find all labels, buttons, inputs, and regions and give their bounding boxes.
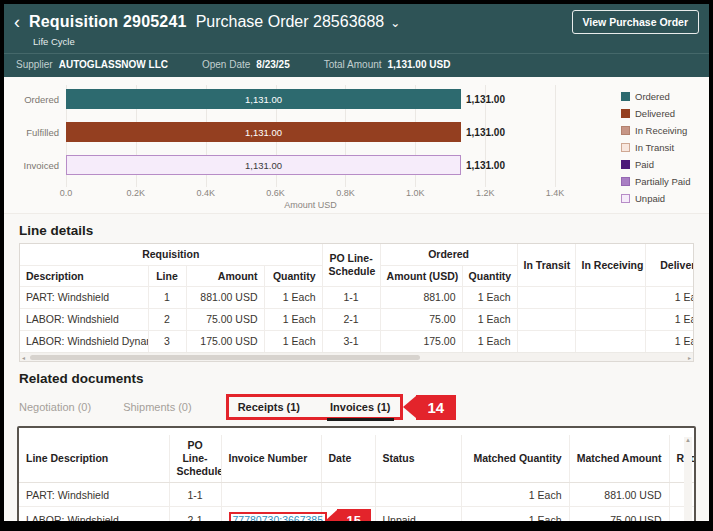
cell-po-line-schedule: 1-1 xyxy=(322,286,380,308)
page-header: ‹ Requisition 2905241 Purchase Order 285… xyxy=(4,4,709,77)
column-header-ordered-quantity: Quantity xyxy=(462,265,517,286)
related-documents-tabs: Negotiation (0) Shipments (0) Receipts (… xyxy=(19,394,709,420)
bar-ordered[interactable]: 1,131.00 xyxy=(66,89,461,109)
x-tick-label: 0.2K xyxy=(127,188,146,198)
open-date-label: Open Date xyxy=(202,59,250,70)
column-header-line: Line xyxy=(148,265,186,286)
header-title-row: ‹ Requisition 2905241 Purchase Order 285… xyxy=(4,4,709,34)
table-row[interactable]: LABOR: Windshield 2 75.00 USD 1 Each 2-1… xyxy=(20,308,693,330)
cell-invoice-number xyxy=(221,483,321,507)
x-tick-label: 0.0 xyxy=(60,188,73,198)
column-header-in-receiving: In Receiving xyxy=(575,244,645,286)
column-header-line-description: Line Description xyxy=(19,435,169,483)
legend-swatch-paid xyxy=(621,160,630,169)
scroll-right-icon[interactable]: ▸ xyxy=(688,354,691,361)
cell-delivered: 1 Each xyxy=(645,308,693,330)
column-header-matched-quantity: Matched Quantity xyxy=(461,435,569,483)
scrollbar-thumb[interactable] xyxy=(30,355,420,360)
bar-row-invoiced: 1,131.00 1,131.00 xyxy=(66,155,619,175)
x-tick-label: 0.4K xyxy=(196,188,215,198)
line-details-table: Requisition PO Line-Schedule Ordered In … xyxy=(20,244,693,352)
vertical-scrollbar[interactable]: ▲ ▼ xyxy=(684,437,692,531)
cell-ordered-amount: 75.00 xyxy=(380,308,462,330)
cell-in-receiving xyxy=(575,330,645,352)
cell-ordered-quantity: 1 Each xyxy=(462,330,517,352)
bar-invoiced-end-value: 1,131.00 xyxy=(466,160,505,171)
cell-po-line-schedule: 3-1 xyxy=(322,330,380,352)
cell-description: LABOR: Windshield Dynar xyxy=(20,330,148,352)
chart-bars-area: 1,131.00 1,131.00 1,131.00 1,131.00 1,13… xyxy=(66,85,619,213)
cell-in-receiving xyxy=(575,308,645,330)
chart-x-axis-title: Amount USD xyxy=(66,200,555,213)
legend-label-delivered: Delivered xyxy=(635,108,675,119)
open-date-value: 8/23/25 xyxy=(256,59,289,70)
cell-line: 2 xyxy=(148,308,186,330)
cell-quantity: 1 Each xyxy=(264,286,322,308)
bar-fulfilled-label: 1,131.00 xyxy=(245,127,282,138)
legend-item-in-receiving: In Receiving xyxy=(621,125,705,136)
view-purchase-order-button[interactable]: View Purchase Order xyxy=(572,10,699,34)
table-row[interactable]: LABOR: Windshield Dynar 3 175.00 USD 1 E… xyxy=(20,330,693,352)
legend-swatch-in-transit xyxy=(621,143,630,152)
table-row[interactable]: PART: Windshield 1 881.00 USD 1 Each 1-1… xyxy=(20,286,693,308)
legend-label-paid: Paid xyxy=(635,159,654,170)
tab-invoices[interactable]: Invoices (1) xyxy=(330,401,391,413)
line-details-table-container: Requisition PO Line-Schedule Ordered In … xyxy=(19,243,694,362)
legend-item-in-transit: In Transit xyxy=(621,142,705,153)
x-tick-label: 1.4K xyxy=(546,188,565,198)
chart-plot-area: Ordered Fulfilled Invoiced 1,131.00 1,13… xyxy=(12,85,619,213)
x-tick-label: 1.2K xyxy=(476,188,495,198)
open-date-pair: Open Date 8/23/25 xyxy=(202,59,290,70)
category-fulfilled: Fulfilled xyxy=(12,122,66,142)
cell-invoice-number: 77780730:3667385 15 xyxy=(221,507,321,531)
tab-shipments[interactable]: Shipments (0) xyxy=(123,401,191,413)
chart-x-axis: 0.00.2K0.4K0.6K0.8K1.0K1.2K1.4K xyxy=(66,188,555,200)
column-header-invoice-number: Invoice Number xyxy=(221,435,321,483)
legend-label-in-transit: In Transit xyxy=(635,142,674,153)
bar-ordered-label: 1,131.00 xyxy=(245,94,282,105)
cell-description: PART: Windshield xyxy=(20,286,148,308)
bar-row-fulfilled: 1,131.00 1,131.00 xyxy=(66,122,619,142)
column-header-ordered-amount: Amount (USD) xyxy=(380,265,462,286)
table-row[interactable]: LABOR: Windshield 2-1 77780730:3667385 1… xyxy=(19,507,694,531)
cell-line-description: PART: Windshield xyxy=(19,483,169,507)
column-header-po-line-schedule: PO Line-Schedule xyxy=(169,435,221,483)
column-header-in-transit: In Transit xyxy=(517,244,575,286)
column-header-po-line-schedule: PO Line-Schedule xyxy=(322,244,380,286)
tab-negotiation[interactable]: Negotiation (0) xyxy=(19,401,91,413)
purchase-order-title[interactable]: Purchase Order 28563688 xyxy=(196,13,385,31)
legend-swatch-unpaid xyxy=(621,194,630,203)
legend-item-unpaid: Unpaid xyxy=(621,193,705,204)
total-amount-label: Total Amount xyxy=(324,59,382,70)
back-icon[interactable]: ‹ xyxy=(14,14,20,30)
bar-ordered-end-value: 1,131.00 xyxy=(466,94,505,105)
bar-fulfilled-end-value: 1,131.00 xyxy=(466,127,505,138)
bar-invoiced[interactable]: 1,131.00 xyxy=(66,155,461,175)
lifecycle-label: Life Cycle xyxy=(33,36,709,47)
legend-swatch-delivered xyxy=(621,109,630,118)
horizontal-scrollbar[interactable]: ◂ ▸ xyxy=(20,352,693,361)
cell-matched-quantity: 1 Each xyxy=(461,507,569,531)
cell-quantity: 1 Each xyxy=(264,308,322,330)
invoice-number-link[interactable]: 77780730:3667385 xyxy=(233,514,324,526)
scroll-up-icon[interactable]: ▲ xyxy=(684,437,692,443)
tab-receipts[interactable]: Receipts (1) xyxy=(238,401,300,413)
invoices-table-container: Line Description PO Line-Schedule Invoic… xyxy=(17,426,696,531)
table-row[interactable]: PART: Windshield 1-1 1 Each 881.00 USD xyxy=(19,483,694,507)
cell-line: 3 xyxy=(148,330,186,352)
category-ordered: Ordered xyxy=(12,89,66,109)
chevron-down-icon[interactable]: ⌄ xyxy=(390,16,400,30)
column-header-quantity: Quantity xyxy=(264,265,322,286)
cell-line-description: LABOR: Windshield xyxy=(19,507,169,531)
bar-fulfilled[interactable]: 1,131.00 xyxy=(66,122,461,142)
scroll-left-icon[interactable]: ◂ xyxy=(22,354,25,361)
line-details-heading: Line details xyxy=(19,223,709,238)
x-tick-label: 0.6K xyxy=(266,188,285,198)
page-title: Requisition 2905241 xyxy=(29,13,187,31)
cell-matched-amount: 75.00 USD xyxy=(569,507,669,531)
column-header-amount: Amount xyxy=(186,265,264,286)
callout-number-15: 15 xyxy=(337,509,371,531)
cell-po-line-schedule: 2-1 xyxy=(169,507,221,531)
cell-ordered-amount: 881.00 xyxy=(380,286,462,308)
cell-description: LABOR: Windshield xyxy=(20,308,148,330)
